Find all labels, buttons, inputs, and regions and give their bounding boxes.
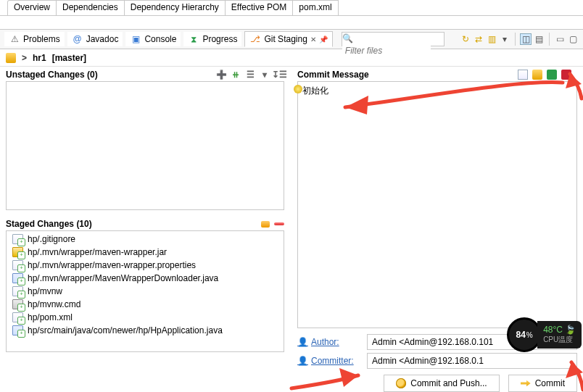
commit-button[interactable]: Commit xyxy=(508,375,577,392)
list-item[interactable]: hp/.mvn/wrapper/maven-wrapper.properties xyxy=(7,259,284,272)
view-tab-bar: ⚠ Problems @ Javadoc ▣ Console ⧗ Progres… xyxy=(0,29,583,49)
close-icon[interactable]: ✕ xyxy=(310,36,316,43)
maximize-view-icon[interactable]: ▢ xyxy=(567,33,579,45)
cpu-temp-label: CPU温度 xyxy=(543,335,576,344)
commit-header: Commit Message xyxy=(297,67,583,81)
cpu-widget: 84% 48°C 🍃 CPU温度 xyxy=(507,317,582,352)
cpu-temp-panel: 48°C 🍃 CPU温度 xyxy=(537,321,582,349)
list-item[interactable]: hp/mvnw xyxy=(7,285,284,298)
percent-sign: % xyxy=(526,331,533,339)
repository-icon xyxy=(6,53,16,63)
add-all-icon[interactable]: ⧺ xyxy=(231,70,241,80)
person-icon: 👤 xyxy=(297,337,308,347)
leaf-icon: 🍃 xyxy=(565,325,576,335)
commit-message-box xyxy=(297,81,577,328)
person-key-icon: 👤 xyxy=(297,356,308,366)
add-selected-icon[interactable]: ➕ xyxy=(216,70,226,80)
unstage-selected-icon[interactable] xyxy=(261,221,270,228)
signoff-icon[interactable] xyxy=(532,70,542,80)
unstage-all-icon[interactable] xyxy=(274,222,284,225)
staging-pane: Unstaged Changes (0) ➕ ⧺ ☰ ▾ ↧☰ Staged C… xyxy=(0,67,290,392)
view-console[interactable]: ▣ Console xyxy=(125,32,181,46)
list-item[interactable]: hp/.mvn/wrapper/maven-wrapper.jar xyxy=(7,246,284,259)
gerrit-icon[interactable] xyxy=(561,70,571,80)
file-added-icon xyxy=(12,286,23,296)
filter-files-field[interactable]: 🔍 xyxy=(342,32,445,46)
dropdown-icon[interactable]: ▾ xyxy=(260,70,270,80)
tab-overview[interactable]: Overview xyxy=(7,0,57,15)
button-label: Commit xyxy=(535,378,565,388)
pin-icon[interactable]: 📌 xyxy=(319,36,328,43)
separator xyxy=(515,33,516,46)
changeid-icon[interactable] xyxy=(547,70,557,80)
dropdown-icon[interactable]: ▾ xyxy=(499,33,510,45)
list-item[interactable]: hp/.mvn/wrapper/MavenWrapperDownloader.j… xyxy=(7,272,284,285)
editor-tab-bar: Overview Dependencies Dependency Hierarc… xyxy=(0,0,583,16)
unstaged-header: Unstaged Changes (0) ➕ ⧺ ☰ ▾ ↧☰ xyxy=(0,67,290,81)
cpu-usage-gauge: 84% xyxy=(507,317,542,352)
list-item[interactable]: hp/.gitignore xyxy=(7,233,284,246)
amend-icon[interactable] xyxy=(518,70,528,80)
layout-rows-icon[interactable]: ▤ xyxy=(533,33,545,45)
refresh-icon[interactable]: ↻ xyxy=(460,33,471,45)
file-path: hp/.gitignore xyxy=(28,234,75,244)
problems-icon: ⚠ xyxy=(9,33,20,45)
view-label: Console xyxy=(144,34,176,44)
commit-and-push-button[interactable]: Commit and Push... xyxy=(384,375,499,392)
git-staging-icon: ⎇ xyxy=(249,33,261,45)
committer-label[interactable]: 👤 Committer: xyxy=(297,353,363,369)
commit-message-input[interactable] xyxy=(298,82,571,323)
repository-header: > hr1 [master] xyxy=(0,49,583,67)
file-added-icon xyxy=(12,312,23,322)
javadoc-icon: @ xyxy=(72,33,83,45)
view-label: Javadoc xyxy=(86,34,119,44)
cpu-temp-value: 48°C xyxy=(543,325,563,335)
unstaged-count: (0) xyxy=(87,70,98,80)
filter-files-input[interactable] xyxy=(342,44,431,57)
file-added-icon xyxy=(12,299,23,309)
file-path: hp/mvnw xyxy=(28,286,62,296)
tab-dependency-hierarchy[interactable]: Dependency Hierarchy xyxy=(124,0,226,15)
unstaged-changes-list[interactable] xyxy=(6,81,284,210)
layout-columns-icon[interactable]: ◫ xyxy=(520,33,532,45)
minimize-view-icon[interactable]: ▭ xyxy=(554,33,566,45)
search-icon: 🔍 xyxy=(342,33,354,44)
file-path: hp/.mvn/wrapper/maven-wrapper.jar xyxy=(28,247,167,257)
file-path: hp/pom.xml xyxy=(28,312,73,322)
sort-icon[interactable]: ↧☰ xyxy=(274,70,284,80)
repo-branch: [master] xyxy=(52,53,86,63)
progress-icon: ⧗ xyxy=(188,33,199,45)
file-added-icon xyxy=(12,273,23,283)
view-label: Git Staging xyxy=(264,34,307,44)
separator xyxy=(549,33,550,46)
staged-header: Staged Changes (10) xyxy=(0,216,290,230)
lightbulb-icon[interactable] xyxy=(294,85,302,93)
committer-input[interactable] xyxy=(367,353,577,369)
tab-effective-pom[interactable]: Effective POM xyxy=(225,0,293,15)
view-javadoc[interactable]: @ Javadoc xyxy=(67,32,123,46)
console-icon: ▣ xyxy=(130,33,141,45)
file-added-icon xyxy=(12,260,23,270)
file-path: hp/.mvn/wrapper/MavenWrapperDownloader.j… xyxy=(28,273,218,283)
author-label[interactable]: 👤 Author: xyxy=(297,334,363,350)
view-label: Progress xyxy=(202,34,237,44)
view-problems[interactable]: ⚠ Problems xyxy=(4,32,65,46)
file-path: hp/src/main/java/com/newer/hp/HpApplicat… xyxy=(28,325,223,335)
compare-icon[interactable]: ⇄ xyxy=(473,33,484,45)
link-icon[interactable]: ▥ xyxy=(486,33,497,45)
presentation-list-icon[interactable]: ☰ xyxy=(245,70,255,80)
staged-count: (10) xyxy=(76,219,91,229)
section-label: Commit Message xyxy=(297,70,369,80)
staged-changes-box: hp/.gitignorehp/.mvn/wrapper/maven-wrapp… xyxy=(6,230,284,352)
tab-dependencies[interactable]: Dependencies xyxy=(56,0,125,15)
view-git-staging[interactable]: ⎇ Git Staging ✕ 📌 xyxy=(244,31,332,47)
view-progress[interactable]: ⧗ Progress xyxy=(183,32,241,46)
tab-pom-xml[interactable]: pom.xml xyxy=(292,0,338,15)
list-item[interactable]: hp/mvnw.cmd xyxy=(7,298,284,311)
file-added-icon xyxy=(12,247,23,257)
list-item[interactable]: hp/src/main/java/com/newer/hp/HpApplicat… xyxy=(7,324,284,337)
list-item[interactable]: hp/pom.xml xyxy=(7,311,284,324)
repo-prefix: > xyxy=(22,53,27,63)
push-icon xyxy=(396,378,406,388)
staged-changes-list[interactable]: hp/.gitignorehp/.mvn/wrapper/maven-wrapp… xyxy=(7,231,284,351)
